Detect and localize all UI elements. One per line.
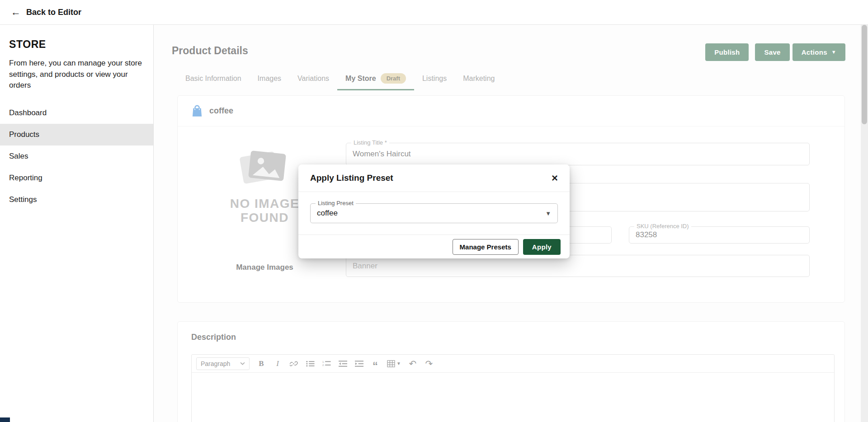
sidebar: STORE From here, you can manage your sto… [0,25,154,422]
apply-button[interactable]: Apply [523,239,561,255]
sidebar-item-reporting[interactable]: Reporting [0,167,153,189]
back-arrow-icon: ← [11,7,21,17]
listing-preset-select[interactable]: Listing Preset coffee ▼ [310,203,558,223]
sidebar-nav: Dashboard Products Sales Reporting Setti… [0,102,153,211]
sidebar-item-settings[interactable]: Settings [0,189,153,211]
modal-title: Apply Listing Preset [310,173,393,183]
modal-header: Apply Listing Preset × [298,164,570,192]
chevron-down-icon: ▼ [545,210,551,217]
sidebar-item-dashboard[interactable]: Dashboard [0,102,153,124]
listing-preset-label: Listing Preset [316,200,356,206]
modal-footer: Manage Presets Apply [298,234,570,258]
back-to-editor-button[interactable]: ← Back to Editor [11,7,81,17]
sidebar-title: STORE [9,38,144,51]
topbar: ← Back to Editor [0,0,868,25]
sidebar-item-products[interactable]: Products [0,124,153,145]
scrollbar-thumb[interactable] [862,25,867,124]
apply-listing-preset-modal: Apply Listing Preset × Listing Preset co… [298,164,570,258]
app-root: ← Back to Editor STORE From here, you ca… [0,0,868,422]
bottom-left-strip [0,417,10,422]
listing-preset-value: coffee [317,209,338,218]
manage-presets-button[interactable]: Manage Presets [453,239,519,255]
close-icon[interactable]: × [552,173,558,183]
sidebar-description: From here, you can manage your store set… [9,58,146,91]
sidebar-item-sales[interactable]: Sales [0,145,153,167]
vertical-scrollbar[interactable] [861,25,868,422]
back-to-editor-label: Back to Editor [26,8,81,17]
